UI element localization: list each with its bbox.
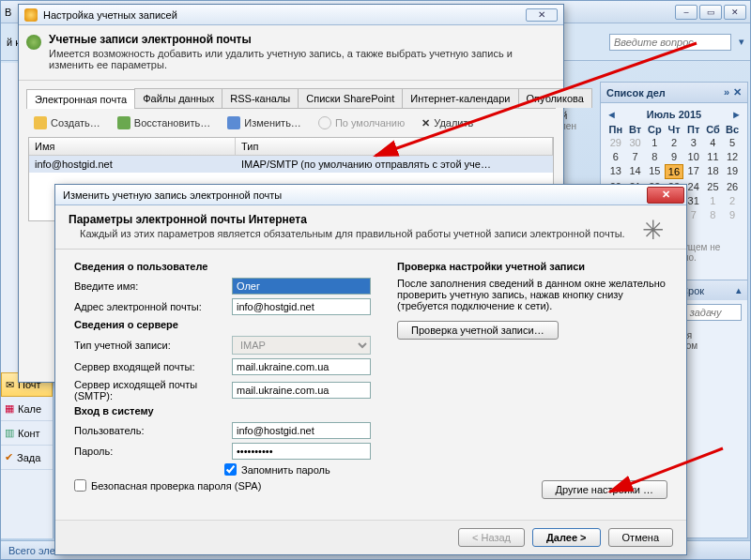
day-cell[interactable]: 29	[606, 136, 625, 149]
day-cell[interactable]: 1	[645, 136, 664, 149]
test-section: Проверка настройки учетной записи	[397, 261, 667, 272]
remember-label: Запомнить пароль	[241, 464, 330, 476]
day-cell[interactable]: 26	[723, 180, 742, 193]
day-cell[interactable]: 17	[684, 164, 703, 179]
day-cell[interactable]: 9	[665, 150, 683, 163]
tab-1[interactable]: Файлы данных	[134, 88, 222, 108]
account-type-select: IMAP	[232, 336, 371, 355]
day-cell[interactable]: 8	[645, 150, 664, 163]
edit-button[interactable]: Изменить…	[222, 114, 307, 131]
server-section: Сведения о сервере	[74, 319, 371, 330]
cursor-icon: ✳	[642, 215, 664, 246]
tab-2[interactable]: RSS-каналы	[222, 88, 299, 108]
name-input[interactable]	[232, 278, 371, 295]
tab-0[interactable]: Электронная почта	[26, 89, 135, 109]
day-cell[interactable]: 25	[704, 180, 723, 193]
account-row[interactable]: info@hostgid.net IMAP/SMTP (по умолчанию…	[29, 156, 553, 173]
nav-calendar[interactable]: ▦ Кале	[1, 397, 53, 421]
day-cell[interactable]: 8	[704, 208, 723, 221]
password-input[interactable]	[232, 443, 371, 460]
day-cell[interactable]: 2	[665, 136, 683, 149]
todo-title: Список дел	[606, 87, 666, 98]
user-input[interactable]	[232, 422, 371, 439]
day-cell[interactable]: 30	[626, 136, 645, 149]
dialog1-heading: Учетные записи электронной почты	[49, 33, 252, 46]
tab-5[interactable]: Опубликова	[518, 88, 592, 108]
day-cell[interactable]: 6	[606, 150, 625, 163]
day-cell[interactable]: 1	[704, 194, 723, 207]
window-controls: – ▭ ✕	[675, 5, 746, 20]
tab-4[interactable]: Интернет-календари	[402, 88, 518, 108]
repair-icon	[117, 116, 130, 129]
cancel-button[interactable]: Отмена	[608, 528, 673, 547]
test-account-button[interactable]: Проверка учетной записи…	[397, 321, 559, 340]
remember-checkbox[interactable]	[224, 463, 237, 476]
next-month-icon[interactable]: ►	[731, 109, 742, 120]
next-button[interactable]: Далее >	[532, 528, 601, 547]
day-cell[interactable]: 11	[704, 150, 723, 163]
dialog2-close-button[interactable]: ✕	[647, 187, 684, 204]
day-cell[interactable]: 14	[626, 164, 645, 179]
month-label: Июль 2015	[647, 109, 701, 120]
maximize-button[interactable]: ▭	[699, 5, 722, 20]
day-cell[interactable]: 19	[723, 164, 742, 179]
delete-icon: ✕	[421, 117, 430, 129]
contacts-icon: ▥	[5, 427, 14, 439]
close-button[interactable]: ✕	[724, 5, 746, 20]
back-button: < Назад	[458, 528, 525, 547]
dow: Вт	[626, 124, 645, 135]
password-label: Пароль:	[74, 446, 232, 457]
col-name[interactable]: Имя	[29, 138, 236, 155]
day-cell[interactable]: 3	[684, 136, 703, 149]
spa-label: Безопасная проверка пароля (SPA)	[91, 480, 261, 492]
outlook-title: В	[5, 7, 11, 18]
todo-close-icon[interactable]: ✕	[733, 86, 742, 98]
delete-button[interactable]: ✕Удалить	[416, 115, 479, 131]
dow: Чт	[665, 124, 683, 135]
day-cell[interactable]: 10	[684, 150, 703, 163]
restore-button[interactable]: Восстановить…	[112, 114, 216, 131]
incoming-input[interactable]	[232, 358, 371, 375]
day-cell[interactable]: 9	[723, 208, 742, 221]
day-cell[interactable]: 15	[645, 164, 664, 179]
minimize-button[interactable]: –	[675, 5, 697, 20]
col-type[interactable]: Тип	[236, 138, 553, 155]
email-input[interactable]	[232, 298, 371, 315]
outgoing-input[interactable]	[232, 382, 371, 399]
email-label: Адрес электронной почты:	[74, 301, 232, 312]
test-desc: После заполнения сведений в данном окне …	[397, 278, 667, 311]
day-cell[interactable]: 2	[723, 194, 742, 207]
default-icon	[318, 116, 331, 129]
day-cell[interactable]: 7	[626, 150, 645, 163]
chevron-up-icon: ▴	[736, 284, 742, 296]
name-label: Введите имя:	[74, 280, 232, 292]
dow: Вс	[723, 124, 742, 135]
prev-month-icon[interactable]: ◄	[606, 109, 617, 120]
edit-account-dialog: Изменить учетную запись электронной почт…	[54, 184, 687, 555]
spa-checkbox[interactable]	[74, 479, 86, 492]
help-search[interactable]	[609, 34, 731, 51]
day-cell[interactable]: 18	[704, 164, 723, 179]
nav-tasks[interactable]: ✔ Зада	[1, 446, 53, 470]
new-icon	[34, 116, 47, 129]
nav-contacts[interactable]: ▥ Конт	[1, 421, 53, 446]
day-cell[interactable]: 5	[723, 136, 742, 149]
default-button[interactable]: По умолчанию	[313, 114, 410, 131]
dialog1-tabs: Электронная почтаФайлы данныхRSS-каналыС…	[26, 88, 556, 109]
day-cell[interactable]: 13	[606, 164, 625, 179]
todo-collapse-icon[interactable]: »	[724, 86, 729, 98]
account-type-label: Тип учетной записи:	[74, 340, 232, 351]
dialog1-close-button[interactable]: ✕	[526, 8, 558, 22]
day-cell[interactable]: 16	[665, 164, 683, 179]
dialog1-toolbar: Создать… Восстановить… Изменить… По умол…	[19, 109, 563, 137]
tab-3[interactable]: Списки SharePoint	[298, 88, 403, 108]
day-cell[interactable]: 4	[704, 136, 723, 149]
create-button[interactable]: Создать…	[28, 114, 106, 131]
help-search-input[interactable]	[609, 34, 731, 51]
edit-icon	[227, 116, 240, 129]
more-settings-button[interactable]: Другие настройки …	[542, 480, 667, 499]
dow: Пн	[606, 124, 625, 135]
day-cell[interactable]: 12	[723, 150, 742, 163]
dow: Пт	[684, 124, 703, 135]
mail-icon: ✉	[6, 379, 14, 391]
